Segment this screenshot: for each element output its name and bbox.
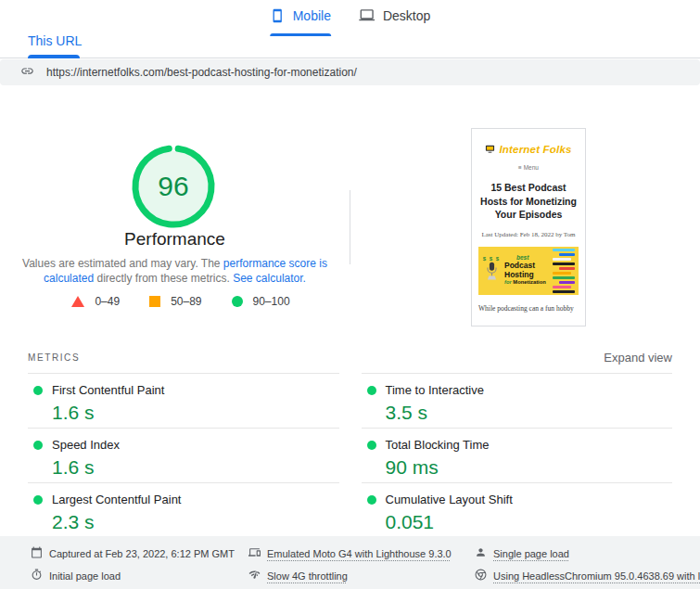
metric-label: Cumulative Layout Shift (386, 493, 513, 506)
page-thumbnail[interactable]: Internet Folks ≡ Menu 15 Best Podcast Ho… (471, 128, 586, 327)
network-icon (248, 569, 261, 583)
analyzed-url: https://internetfolks.com/best-podcast-h… (46, 66, 357, 79)
metric-first-contentful-paint: First Contentful Paint 1.6 s (28, 373, 339, 428)
chromium-version[interactable]: Using HeadlessChromium 95.0.4638.69 with… (475, 569, 700, 583)
legend-item-fail: 0–49 (71, 295, 120, 308)
smartphone-icon (270, 8, 285, 23)
capture-time: Captured at Feb 23, 2022, 6:12 PM GMT (31, 546, 248, 560)
chrome-icon (475, 569, 487, 583)
pass-circle-icon (232, 296, 243, 307)
pass-circle-icon (33, 386, 43, 395)
score-legend: 0–49 50–89 90–100 (0, 295, 362, 308)
network-throttling-label: Slow 4G throttling (267, 570, 348, 582)
thumb-featured-image: $ $ $ best Podcast Hosting for Monetizat… (478, 247, 579, 295)
metric-value: 90 ms (386, 456, 673, 479)
tab-desktop-label: Desktop (383, 8, 430, 23)
performance-summary: 96 Performance Values are estimated and … (0, 85, 700, 339)
device-tabs: Mobile Desktop (270, 7, 431, 36)
metrics-section: METRICS Expand view First Contentful Pai… (0, 339, 700, 537)
fail-triangle-icon (71, 296, 84, 307)
metric-value: 2.3 s (52, 511, 339, 533)
pass-circle-icon (367, 386, 376, 395)
metric-label: Speed Index (52, 438, 120, 452)
link-see-calculator[interactable]: See calculator. (233, 272, 306, 285)
metric-label: Largest Contentful Paint (52, 493, 181, 506)
thumb-logo-pills (553, 249, 576, 293)
metric-time-to-interactive: Time to Interactive 3.5 s (362, 373, 673, 428)
laptop-icon (359, 7, 375, 23)
metric-value: 0.051 (386, 511, 673, 533)
capture-time-label: Captured at Feb 23, 2022, 6:12 PM GMT (49, 548, 235, 559)
metric-speed-index: Speed Index 1.6 s (28, 428, 339, 482)
metric-value: 1.6 s (52, 402, 339, 424)
initial-page-load: Initial page load (31, 569, 248, 583)
person-icon (475, 546, 487, 560)
link-icon (20, 64, 46, 82)
thumb-menu: ≡ Menu (472, 164, 585, 171)
performance-description: Values are estimated and may vary. The p… (20, 256, 329, 286)
performance-gauge: 96 (129, 142, 218, 231)
expand-view-button[interactable]: Expand view (604, 351, 672, 365)
tab-mobile[interactable]: Mobile (270, 7, 331, 36)
mic-illustration: $ $ $ (481, 256, 502, 286)
featured-image-text: best Podcast Hosting for Monetization (503, 255, 551, 287)
metric-total-blocking-time: Total Blocking Time 90 ms (362, 428, 673, 482)
thumb-site-logo: Internet Folks (472, 141, 585, 158)
run-environment-footer: Captured at Feb 23, 2022, 6:12 PM GMT Em… (0, 536, 700, 589)
stopwatch-icon (31, 569, 43, 583)
legend-item-pass: 90–100 (232, 295, 290, 308)
tab-this-url-label: This URL (28, 33, 82, 48)
metric-largest-contentful-paint: Largest Contentful Paint 2.3 s (28, 482, 339, 537)
legend-item-average: 50–89 (149, 295, 201, 308)
chromium-version-label: Using HeadlessChromium 95.0.4638.69 with… (493, 570, 700, 582)
emulated-device-label: Emulated Moto G4 with Lighthouse 9.3.0 (267, 548, 452, 559)
initial-page-load-label: Initial page load (49, 570, 121, 582)
thumb-caption: While podcasting can a fun hobby (478, 304, 579, 313)
legend-average-label: 50–89 (171, 295, 201, 308)
metric-label: First Contentful Paint (52, 383, 164, 397)
score-value: 96 (129, 142, 218, 231)
monitor-icon (485, 141, 495, 158)
featured-line3: for Monetization (504, 279, 551, 287)
metrics-header: METRICS Expand view (28, 339, 672, 373)
metric-value: 1.6 s (52, 456, 339, 479)
metric-label: Total Blocking Time (386, 438, 490, 452)
emulated-device[interactable]: Emulated Moto G4 with Lighthouse 9.3.0 (248, 546, 475, 560)
average-square-icon (149, 296, 160, 307)
featured-line2: Hosting (504, 271, 551, 280)
description-text: directly from these metrics. (94, 272, 233, 285)
tab-desktop[interactable]: Desktop (359, 7, 430, 36)
legend-pass-label: 90–100 (253, 295, 290, 308)
url-bar: https://internetfolks.com/best-podcast-h… (0, 59, 700, 85)
network-throttling[interactable]: Slow 4G throttling (248, 569, 475, 583)
tab-this-url[interactable]: This URL (28, 33, 82, 58)
metric-label: Time to Interactive (386, 383, 484, 397)
legend-fail-label: 0–49 (95, 295, 120, 308)
pass-circle-icon (33, 495, 43, 505)
metrics-section-label: METRICS (28, 352, 80, 363)
pass-circle-icon (33, 441, 43, 450)
tab-mobile-label: Mobile (293, 8, 331, 23)
metrics-grid: First Contentful Paint 1.6 s Time to Int… (28, 373, 672, 537)
microphone-icon (486, 269, 498, 285)
pass-circle-icon (367, 441, 376, 450)
page-load-type-label: Single page load (493, 548, 569, 559)
metric-cumulative-layout-shift: Cumulative Layout Shift 0.051 (362, 482, 673, 537)
performance-title: Performance (0, 229, 350, 250)
device-icon (248, 546, 261, 560)
calendar-icon (31, 546, 43, 560)
page-load-type[interactable]: Single page load (475, 546, 700, 560)
header: Mobile Desktop This URL (0, 0, 700, 58)
thumb-heading: 15 Best Podcast Hosts for Monetizing You… (477, 181, 579, 222)
metric-value: 3.5 s (386, 402, 673, 424)
thumb-byline: Last Updated: Feb 18, 2022 by Tom (472, 231, 585, 238)
description-text: Values are estimated and may vary. The (22, 257, 223, 270)
pass-circle-icon (367, 495, 376, 505)
featured-for: for (504, 279, 513, 285)
site-name: Internet Folks (499, 144, 571, 155)
section-divider (350, 190, 350, 264)
